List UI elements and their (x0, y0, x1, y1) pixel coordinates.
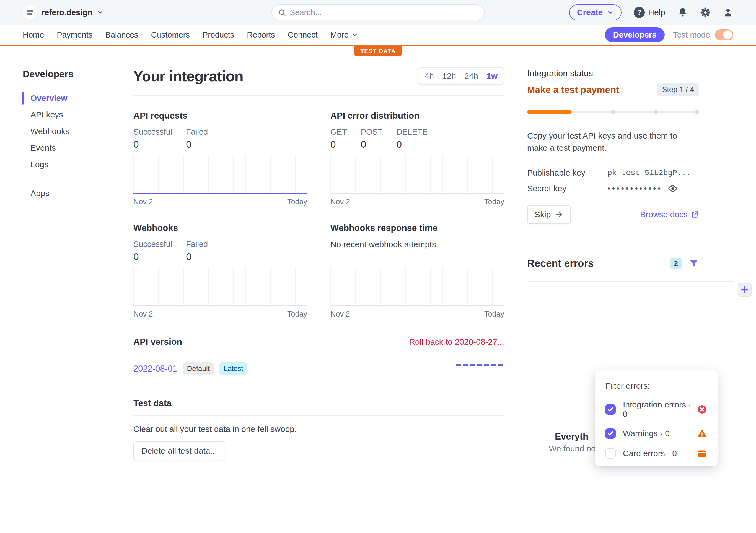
sidebar-item-apps[interactable]: Apps (23, 185, 108, 202)
api-requests-title: API requests (133, 111, 307, 121)
sidebar-item-overview[interactable]: Overview (23, 90, 108, 106)
sidebar-item-api-keys[interactable]: API keys (23, 106, 108, 123)
range-option-4h[interactable]: 4h (424, 71, 434, 81)
nav-item-reports[interactable]: Reports (247, 30, 275, 39)
gear-icon (700, 7, 711, 18)
settings-button[interactable] (700, 7, 711, 18)
api-requests-chart (133, 155, 307, 194)
publishable-key-value[interactable]: pk_test_51L2bgP... (608, 169, 691, 177)
skip-button-label: Skip (535, 210, 551, 219)
header-divider (133, 95, 504, 96)
person-icon (723, 7, 733, 18)
skip-button[interactable]: Skip (527, 205, 571, 224)
stat-value: 0 (361, 139, 383, 150)
secret-key-row: Secret key •••••••••••• (527, 184, 699, 193)
progress-dot-4 (695, 110, 699, 114)
card-errors-checkbox[interactable] (605, 448, 616, 459)
webhooks-response-empty: No recent webhook attempts (330, 240, 504, 262)
rollback-link[interactable]: Roll back to 2020-08-27... (409, 337, 504, 347)
integration-errors-checkbox[interactable] (605, 404, 616, 415)
reveal-secret-button[interactable] (668, 184, 678, 193)
chevron-down-icon (97, 9, 103, 16)
x-axis-start: Nov 2 (133, 310, 153, 318)
error-count-badge: 2 (670, 258, 682, 269)
delete-test-data-button[interactable]: Delete all test data... (133, 442, 225, 460)
api-version-section: API version Roll back to 2020-08-27... 2… (133, 337, 504, 375)
nav-item-products[interactable]: Products (202, 30, 234, 39)
stat-value: 0 (186, 139, 208, 150)
sidebar-list: Overview API keys Webhooks Events Logs A… (23, 90, 108, 202)
page: refero.design Create ? Help (0, 0, 756, 533)
developers-pill-button[interactable]: Developers (605, 27, 665, 42)
test-data-badge: TEST DATA (354, 46, 402, 56)
filter-option-card-errors: Card errors · 0 (605, 448, 707, 459)
nav-item-home[interactable]: Home (23, 30, 44, 39)
nav-item-more-label: More (330, 30, 349, 39)
profile-button[interactable] (723, 7, 733, 18)
integration-status-title: Integration status (527, 68, 699, 79)
account-switcher[interactable]: refero.design (23, 5, 103, 20)
stat-value: 0 (133, 139, 172, 150)
test-data-description: Clear out all your test data in one fell… (133, 424, 504, 434)
webhooks-x-axis: Nov 2 Today (133, 310, 307, 318)
storefront-icon (26, 9, 34, 16)
api-version-link[interactable]: 2022-08-01 (133, 364, 177, 374)
test-mode-control: Test mode (673, 29, 733, 40)
nav-item-more[interactable]: More (330, 30, 358, 39)
eye-icon (668, 184, 678, 193)
default-badge: Default (183, 363, 214, 375)
webhooks-title: Webhooks (133, 223, 307, 233)
create-button-label: Create (577, 8, 603, 17)
sidebar-item-events[interactable]: Events (23, 140, 108, 156)
filter-option-warnings: Warnings · 0 (605, 428, 707, 439)
secret-key-value: •••••••••••• (608, 184, 662, 193)
empty-state-subtitle: We found no (549, 444, 596, 453)
range-option-1w[interactable]: 1w (486, 71, 498, 81)
nav-item-connect[interactable]: Connect (288, 30, 318, 39)
filter-option-integration-errors: Integration errors · 0 (605, 400, 707, 419)
webhooks-stats: Successful 0 Failed 0 (133, 240, 307, 262)
nav-item-payments[interactable]: Payments (57, 30, 93, 39)
test-mode-toggle[interactable] (715, 29, 733, 40)
range-option-24h[interactable]: 24h (464, 71, 478, 81)
filter-popup-title: Filter errors: (605, 381, 707, 391)
sidebar-item-webhooks[interactable]: Webhooks (23, 123, 108, 140)
main-header: Your integration 4h 12h 24h 1w (133, 67, 504, 85)
external-link-icon (691, 211, 699, 218)
x-axis-end: Today (484, 198, 504, 206)
check-icon (607, 406, 614, 413)
search-input[interactable] (290, 8, 456, 17)
api-errors-chart (330, 155, 504, 194)
warnings-checkbox[interactable] (605, 428, 616, 439)
browse-docs-link[interactable]: Browse docs (640, 210, 699, 219)
webhooks-response-card: Webhooks response time No recent webhook… (330, 223, 504, 318)
stat-value: 0 (396, 139, 428, 150)
stat-label: Successful (133, 240, 172, 249)
error-circle-icon (697, 404, 707, 415)
stat-label: Failed (186, 127, 208, 137)
nav-item-customers[interactable]: Customers (151, 30, 190, 39)
topbar-actions: Create ? Help (569, 4, 733, 20)
api-requests-card: API requests Successful 0 Failed 0 Nov 2… (133, 111, 307, 206)
filter-errors-button[interactable] (689, 259, 699, 268)
sidebar-item-logs[interactable]: Logs (23, 156, 108, 173)
help-button[interactable]: ? Help (634, 7, 665, 18)
add-button[interactable] (738, 283, 752, 297)
step-indicator: Step 1 / 4 (657, 83, 699, 96)
time-range-selector: 4h 12h 24h 1w (418, 67, 504, 85)
stat-label: DELETE (396, 127, 428, 137)
notifications-button[interactable] (677, 7, 688, 18)
stat-failed: Failed 0 (186, 240, 208, 262)
plus-icon (740, 285, 749, 294)
create-button[interactable]: Create (569, 4, 622, 20)
api-version-title: API version (133, 337, 182, 347)
recent-errors-section: Recent errors 2 Everyth We found no Filt… (527, 258, 699, 269)
api-version-head: API version Roll back to 2020-08-27... (133, 337, 504, 347)
test-data-divider (133, 415, 504, 416)
search-bar[interactable] (271, 4, 485, 20)
dashed-underline (456, 364, 504, 366)
range-option-12h[interactable]: 12h (442, 71, 456, 81)
stat-failed: Failed 0 (186, 127, 208, 150)
nav-item-balances[interactable]: Balances (105, 30, 138, 39)
api-requests-stats: Successful 0 Failed 0 (133, 127, 307, 150)
